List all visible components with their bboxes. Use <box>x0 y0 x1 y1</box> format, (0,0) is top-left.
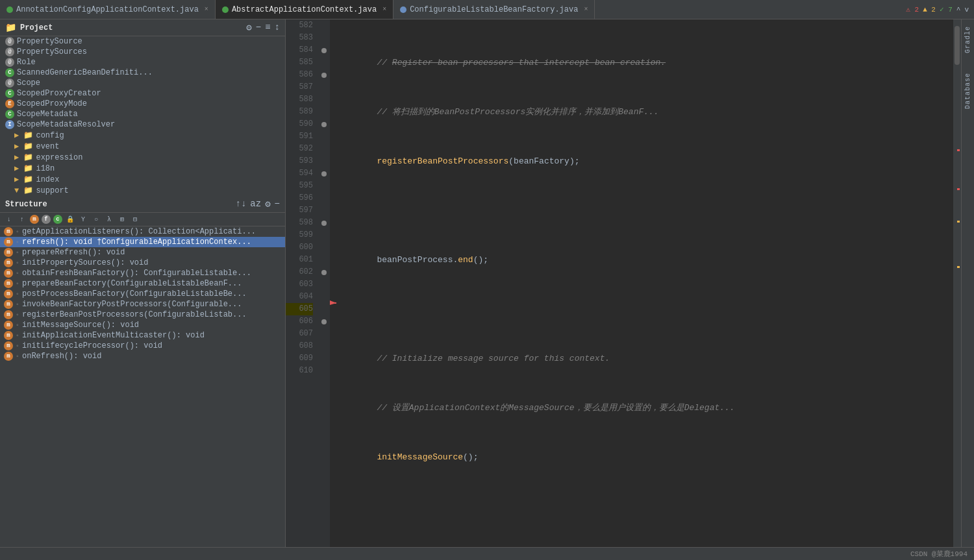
struct-item-prepare-bean[interactable]: m ◦ prepareBeanFactory(ConfigurableLista… <box>0 278 285 289</box>
struct-circle-icon[interactable]: ○ <box>91 214 101 225</box>
tree-item-support[interactable]: ▼ 📁 support <box>0 185 285 196</box>
tab-annotation-config[interactable]: AnnotationConfigApplicationContext.java … <box>0 0 216 19</box>
tab-label-3: ConfigurableListableBeanFactory.java <box>410 5 578 14</box>
struct-item-obtain-bean[interactable]: m ◦ obtainFreshBeanFactory(): Configurab… <box>0 268 285 278</box>
nav-down[interactable]: v <box>964 6 969 14</box>
tree-item-scanned-generic[interactable]: C ScannedGenericBeanDefiniti... <box>0 67 285 78</box>
code-line-583: // 将扫描到的BeanPostProcessors实例化并排序，并添加到Bea… <box>336 106 953 118</box>
structure-panel-icons: ↑↓ az ⚙ − <box>236 199 280 210</box>
code-line-586: beanPostProcess.end(); <box>336 254 953 266</box>
code-line-582: // Register bean processors that interce… <box>336 56 953 69</box>
tab-label: AnnotationConfigApplicationContext.java <box>16 5 199 14</box>
code-line-584: registerBeanPostProcessors(beanFactory); <box>336 155 953 167</box>
struct-item-refresh[interactable]: m ◦ refresh(): void †ConfigurableApplica… <box>0 237 285 247</box>
project-collapse-icon[interactable]: − <box>256 22 261 33</box>
class-icon-a4: @ <box>5 79 14 88</box>
structure-panel-header: Structure ↑↓ az ⚙ − <box>0 196 285 213</box>
code-line-590: initMessageSource(); <box>336 451 953 463</box>
class-icon-i: I <box>5 120 14 129</box>
structure-close-icon[interactable]: − <box>275 199 280 210</box>
structure-panel: Structure ↑↓ az ⚙ − ↓ ↑ m f c 🔒 Y ○ λ ⊞ <box>0 196 285 547</box>
tree-item-scope-metadata-resolver[interactable]: I ScopeMetadataResolver <box>0 119 285 130</box>
ok-badge: ✓ 7 <box>940 5 953 14</box>
tree-item-event[interactable]: ▶ 📁 event <box>0 141 285 152</box>
struct-item-init-lifecycle[interactable]: m ◦ initLifecycleProcessor(): void <box>0 341 285 351</box>
right-sidebar: Gradle Database <box>961 19 974 547</box>
struct-up-icon[interactable]: ↑ <box>17 214 27 225</box>
project-sort-icon[interactable]: ≡ <box>265 22 270 33</box>
folder-icon-event: ▶ 📁 <box>14 141 33 151</box>
struct-item-init-property[interactable]: m ◦ initPropertySources(): void <box>0 258 285 268</box>
struct-item-on-refresh[interactable]: m ◦ onRefresh(): void <box>0 351 285 361</box>
structure-alpha-icon[interactable]: az <box>250 199 261 210</box>
code-line-588: // Initialize message source for this co… <box>336 352 953 365</box>
tree-item-property-source[interactable]: @ PropertySource <box>0 36 285 47</box>
tree-item-scoped-proxy-creator[interactable]: C ScopedProxyCreator <box>0 88 285 99</box>
struct-item-init-event[interactable]: m ◦ initApplicationEventMulticaster(): v… <box>0 330 285 341</box>
tree-item-i18n[interactable]: ▶ 📁 i18n <box>0 163 285 174</box>
tree-item-config[interactable]: ▶ 📁 config <box>0 130 285 141</box>
code-content: // Register bean processors that interce… <box>330 19 953 547</box>
struct-y-icon[interactable]: Y <box>78 214 88 225</box>
struct-field-icon[interactable]: f <box>42 215 51 224</box>
tab-configurable-listable[interactable]: ConfigurableListableBeanFactory.java × <box>393 0 595 19</box>
class-icon-c3: C <box>5 110 14 119</box>
folder-icon-i18n: ▶ 📁 <box>14 164 33 173</box>
tree-item-expression[interactable]: ▶ 📁 expression <box>0 152 285 163</box>
error-badge: ⚠ 2 <box>906 5 919 14</box>
structure-settings-icon[interactable]: ⚙ <box>265 199 270 210</box>
struct-lock-icon[interactable]: 🔒 <box>65 214 75 225</box>
class-icon-c: C <box>5 68 14 77</box>
struct-collapse-icon[interactable]: ⊟ <box>130 214 140 225</box>
tab-close-0[interactable]: × <box>205 6 208 13</box>
tree-item-role[interactable]: @ Role <box>0 57 285 67</box>
struct-m-icon-11: m <box>4 331 13 340</box>
project-panel-header: 📁 Project ⚙ − ≡ ↕ <box>0 19 285 36</box>
tab-close-1[interactable]: × <box>382 6 386 13</box>
tab-bar-right: ⚠ 2 ▲ 2 ✓ 7 ^ v <box>906 5 974 14</box>
structure-panel-title: Structure <box>5 200 47 209</box>
tree-item-property-sources[interactable]: @ PropertySources <box>0 47 285 57</box>
project-panel-icons: ⚙ − ≡ ↕ <box>246 22 280 33</box>
tree-item-scope-metadata[interactable]: C ScopeMetadata <box>0 109 285 119</box>
struct-lambda-icon[interactable]: λ <box>104 214 114 225</box>
project-panel-title: Project <box>20 23 53 32</box>
gradle-tab[interactable]: Gradle <box>964 26 971 53</box>
project-settings-icon[interactable]: ⚙ <box>246 22 251 33</box>
struct-m-icon-2: m <box>4 237 13 247</box>
struct-class-icon[interactable]: c <box>53 215 62 224</box>
code-line-591 <box>336 500 953 513</box>
project-tree: @ PropertySource @ PropertySources @ Rol… <box>0 36 285 196</box>
struct-item-post-process[interactable]: m ◦ postProcessBeanFactory(ConfigurableL… <box>0 289 285 299</box>
struct-item-get-app-listeners[interactable]: m ◦ getApplicationListeners(): Collectio… <box>0 226 285 237</box>
struct-item-invoke-bean[interactable]: m ◦ invokeBeanFactoryPostProcessors(Conf… <box>0 299 285 310</box>
struct-item-register-bean[interactable]: m ◦ registerBeanPostProcessors(Configura… <box>0 310 285 320</box>
tab-abstract-app[interactable]: AbstractApplicationContext.java × <box>216 0 393 19</box>
code-editor: 582 583 584 585 586 587 588 589 590 591 … <box>286 19 961 547</box>
struct-item-prepare-refresh[interactable]: m ◦ prepareRefresh(): void <box>0 247 285 258</box>
struct-m-icon-3: m <box>4 248 13 257</box>
line-numbers: 582 583 584 585 586 587 588 589 590 591 … <box>286 19 318 547</box>
structure-sort-icon[interactable]: ↑↓ <box>236 199 247 210</box>
struct-m-icon: m <box>4 227 13 236</box>
warning-badge: ▲ 2 <box>923 6 936 14</box>
struct-m-icon-4: m <box>4 258 13 267</box>
tab-icon-i <box>400 6 406 13</box>
gutter <box>318 19 330 547</box>
tab-close-2[interactable]: × <box>584 6 588 13</box>
struct-item-init-msg[interactable]: m ◦ initMessageSource(): void <box>0 320 285 330</box>
tree-item-scoped-proxy-mode[interactable]: E ScopedProxyMode <box>0 99 285 109</box>
class-icon-a3: @ <box>5 58 14 67</box>
database-tab[interactable]: Database <box>964 73 971 109</box>
project-sort-alpha-icon[interactable]: ↕ <box>275 22 280 33</box>
vertical-scrollbar[interactable] <box>953 19 961 547</box>
struct-expand-icon[interactable]: ⊞ <box>117 214 127 225</box>
struct-m-icon-6: m <box>4 279 13 288</box>
struct-down-icon[interactable]: ↓ <box>4 214 14 225</box>
tree-item-scope[interactable]: @ Scope <box>0 78 285 88</box>
nav-up[interactable]: ^ <box>956 6 961 14</box>
tab-icon-c2 <box>222 6 229 13</box>
tree-item-index[interactable]: ▶ 📁 index <box>0 174 285 185</box>
struct-m-icon-13: m <box>4 352 13 361</box>
struct-method-icon[interactable]: m <box>30 215 39 224</box>
